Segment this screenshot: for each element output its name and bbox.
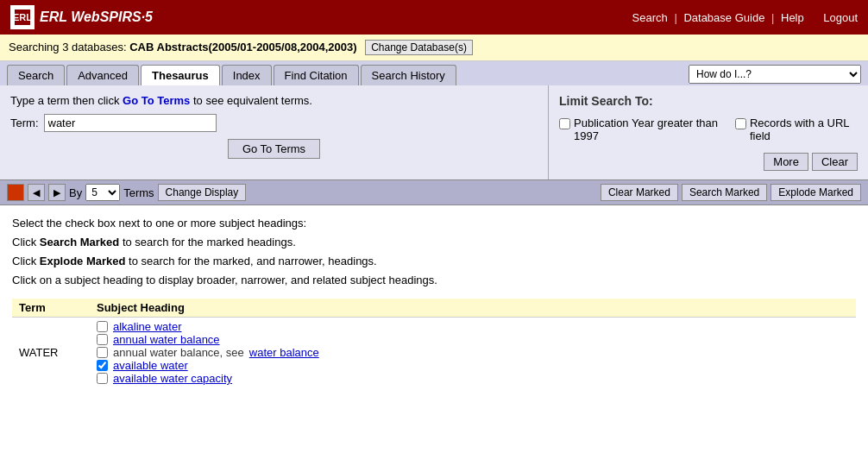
subject-row-4: available water (97, 359, 849, 372)
limit-option-pub-year[interactable]: Publication Year greater than1997 (559, 116, 718, 142)
header: ERL ERL WebSPIRS·5 Search | Database Gui… (0, 0, 868, 35)
instruction-suffix: to see equivalent terms. (193, 94, 312, 107)
left-panel: Type a term then click Go To Terms to se… (0, 85, 549, 179)
table-row: WATER alkaline water annual water balanc… (12, 318, 856, 388)
main-content: Type a term then click Go To Terms to se… (0, 85, 868, 179)
db-label: Searching 3 databases: (9, 41, 127, 53)
next-arrow[interactable]: ▶ (48, 184, 66, 201)
prev-arrow[interactable]: ◀ (28, 184, 45, 201)
nav-bar-left: ◀ ▶ By 5 10 20 50 Terms Change Display (7, 184, 595, 201)
subject-row-2: annual water balance (97, 333, 849, 346)
subject-row-1: alkaline water (97, 320, 849, 333)
col-subject-header: Subject Heading (90, 299, 856, 318)
logo-icon: ERL (10, 5, 35, 29)
tab-thesaurus[interactable]: Thesaurus (141, 65, 220, 85)
nav-help-link[interactable]: Help (781, 11, 804, 24)
by-select[interactable]: 5 10 20 50 (85, 184, 120, 201)
nav-search-link[interactable]: Search (632, 11, 668, 24)
clear-marked-button[interactable]: Clear Marked (601, 184, 678, 201)
subject-row-5: available water capacity (97, 372, 849, 385)
limit-options: Publication Year greater than1997 Record… (559, 116, 858, 142)
limit-pub-year-checkbox[interactable] (559, 118, 570, 129)
checkbox-alkaline-water[interactable] (97, 321, 108, 332)
results-table: Term Subject Heading WATER alkaline wate… (12, 299, 856, 387)
term-row: Term: (10, 114, 538, 132)
instruction-prefix: Type a term then click (10, 94, 119, 107)
how-do-i-select[interactable]: How do I...? Search tips Advanced search… (689, 65, 861, 84)
change-database-button[interactable]: Change Database(s) (365, 40, 473, 55)
instruction-text: Type a term then click Go To Terms to se… (10, 94, 538, 107)
change-display-button[interactable]: Change Display (158, 184, 247, 201)
terms-label: Terms (123, 186, 154, 199)
subject-cell: alkaline water annual water balance annu… (90, 318, 856, 388)
tab-advanced[interactable]: Advanced (66, 65, 139, 85)
link-water-balance[interactable]: water balance (249, 346, 319, 359)
instruction-line-2: Click Search Marked to search for the ma… (12, 236, 296, 249)
term-label: Term: (10, 116, 39, 129)
link-available-water[interactable]: available water (113, 359, 188, 372)
term-cell-water: WATER (12, 318, 90, 388)
nav-database-guide-link[interactable]: Database Guide (683, 11, 764, 24)
tab-search[interactable]: Search (7, 65, 65, 85)
link-available-water-capacity[interactable]: available water capacity (113, 372, 232, 385)
by-label: By (69, 186, 82, 199)
subject-row-3: annual water balance, see water balance (97, 346, 849, 359)
checkbox-available-water-capacity[interactable] (97, 373, 108, 384)
instruction-line-3: Click Explode Marked to search for the m… (12, 255, 377, 267)
link-annual-water-balance[interactable]: annual water balance (113, 333, 220, 346)
go-to-terms-button[interactable]: Go To Terms (228, 139, 320, 159)
tab-search-history[interactable]: Search History (361, 65, 456, 85)
explode-marked-button[interactable]: Explode Marked (771, 184, 861, 201)
logo-area: ERL ERL WebSPIRS·5 (10, 5, 153, 29)
more-button[interactable]: More (764, 153, 808, 171)
clear-button[interactable]: Clear (812, 153, 858, 171)
instruction-line-4: Click on a subject heading to display br… (12, 274, 437, 286)
term-input[interactable] (44, 114, 217, 132)
limit-pub-year-label: Publication Year greater than1997 (574, 116, 718, 142)
db-bar: Searching 3 databases: CAB Abstracts(200… (0, 35, 868, 61)
limit-buttons: More Clear (559, 153, 858, 171)
tab-find-citation[interactable]: Find Citation (274, 65, 359, 85)
subject-plain-prefix: annual water balance, see (113, 346, 244, 359)
limit-title: Limit Search To: (559, 94, 858, 108)
nav-bar-right: Clear Marked Search Marked Explode Marke… (601, 184, 861, 201)
results-area: Select the check box next to one or more… (0, 205, 868, 396)
db-names: CAB Abstracts(2005/01-2005/08,2004,2003) (129, 41, 356, 53)
checkbox-available-water[interactable] (97, 360, 108, 371)
tabs-row: Search Advanced Thesaurus Index Find Cit… (0, 61, 868, 85)
checkbox-annual-water-balance[interactable] (97, 334, 108, 345)
nav-logout-link[interactable]: Logout (823, 11, 858, 24)
svg-text:ERL: ERL (15, 12, 30, 22)
search-marked-button[interactable]: Search Marked (682, 184, 767, 201)
checkbox-annual-water-balance-see[interactable] (97, 347, 108, 358)
instruction-line-1: Select the check box next to one or more… (12, 217, 306, 230)
flag-icon[interactable] (7, 184, 24, 201)
how-do-i-area: How do I...? Search tips Advanced search… (689, 65, 861, 84)
results-instructions: Select the check box next to one or more… (12, 214, 856, 290)
tab-index[interactable]: Index (222, 65, 272, 85)
logo-text: ERL WebSPIRS·5 (40, 9, 153, 25)
go-to-terms-inline-link[interactable]: Go To Terms (123, 94, 190, 107)
right-panel: Limit Search To: Publication Year greate… (549, 85, 868, 179)
limit-url-field-checkbox[interactable] (735, 118, 746, 129)
nav-bar: ◀ ▶ By 5 10 20 50 Terms Change Display C… (0, 179, 868, 205)
go-btn-area: Go To Terms (10, 139, 538, 159)
col-term-header: Term (12, 299, 90, 318)
header-nav: Search | Database Guide | Help Logout (632, 11, 858, 24)
limit-url-field-label: Records with a URLfield (750, 116, 850, 142)
link-alkaline-water[interactable]: alkaline water (113, 320, 182, 333)
limit-option-url-field[interactable]: Records with a URLfield (735, 116, 850, 142)
